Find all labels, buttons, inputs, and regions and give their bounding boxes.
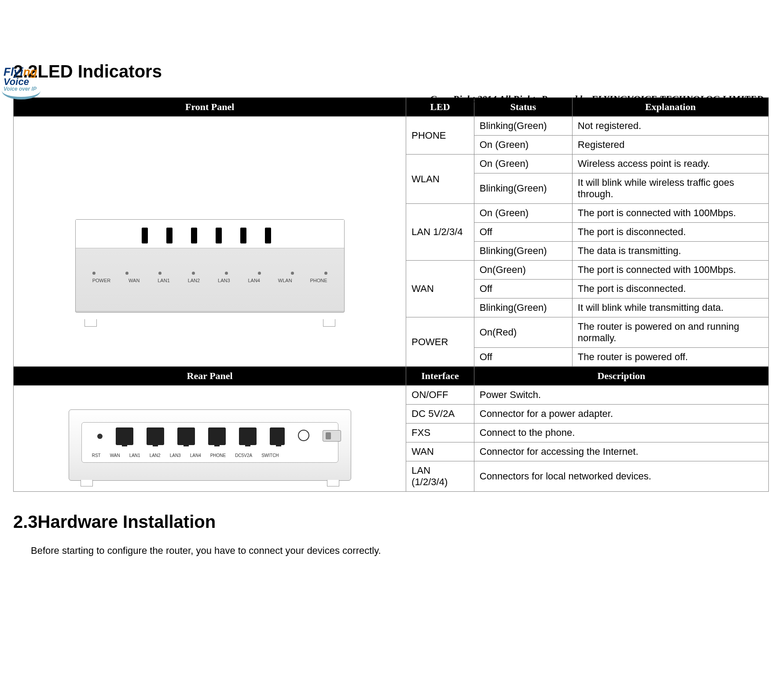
- led-explanation-cell: It will blink while wireless traffic goe…: [572, 173, 768, 204]
- page: Flying Voice Voice over IP Copy Right 20…: [0, 62, 782, 700]
- lan3-port-icon: [208, 427, 226, 445]
- led-name-cell: LAN 1/2/3/4: [406, 204, 474, 261]
- led-status-cell: Off: [474, 223, 572, 242]
- interface-name-cell: LAN (1/2/3/4): [406, 461, 474, 492]
- led-explanation-cell: The port is connected with 100Mbps.: [572, 261, 768, 280]
- version-text: V1.1: [430, 106, 764, 117]
- interface-name-cell: WAN: [406, 442, 474, 461]
- rear-label: LAN2: [150, 453, 161, 458]
- rear-panel-illustration: RST WAN LAN1 LAN2 LAN3 LAN4 PHONE DC5V2A…: [69, 409, 351, 481]
- front-label: LAN4: [248, 278, 260, 283]
- led-status-cell: Off: [474, 348, 572, 367]
- power-switch-icon: [323, 430, 341, 442]
- led-explanation-cell: The router is powered on and running nor…: [572, 317, 768, 348]
- front-panel-header: Front Panel: [14, 98, 406, 117]
- led-status-cell: Blinking(Green): [474, 173, 572, 204]
- rear-label: LAN4: [190, 453, 201, 458]
- front-led-labels: POWER WAN LAN1 LAN2 LAN3 LAN4 WLAN PHONE: [92, 278, 327, 283]
- wan-port-icon: [116, 427, 133, 445]
- table-header-row-rear: Rear Panel Interface Description: [14, 367, 769, 386]
- led-explanation-cell: The port is disconnected.: [572, 223, 768, 242]
- rear-panel-header: Rear Panel: [14, 367, 406, 386]
- front-label: LAN3: [218, 278, 230, 283]
- led-explanation-cell: Wireless access point is ready.: [572, 155, 768, 173]
- led-explanation-cell: The router is powered off.: [572, 348, 768, 367]
- dc-jack-icon: [298, 430, 309, 441]
- rear-panel-image-cell: RST WAN LAN1 LAN2 LAN3 LAN4 PHONE DC5V2A…: [14, 386, 406, 492]
- front-panel-illustration: POWER WAN LAN1 LAN2 LAN3 LAN4 WLAN PHONE: [75, 219, 345, 313]
- led-status-cell: On(Red): [474, 317, 572, 348]
- front-label: POWER: [92, 278, 111, 283]
- section-2-2-heading: 2.2LED Indicators: [13, 62, 769, 81]
- led-status-cell: On(Green): [474, 261, 572, 280]
- rst-hole-icon: [97, 434, 103, 439]
- front-led-dots: [92, 272, 327, 275]
- section-2-3-body: Before starting to configure the router,…: [31, 545, 769, 556]
- rear-label: SWITCH: [261, 453, 279, 458]
- interface-name-cell: FXS: [406, 424, 474, 442]
- interface-desc-cell: Connector for accessing the Internet.: [474, 442, 768, 461]
- led-status-cell: On (Green): [474, 136, 572, 155]
- front-label: WLAN: [278, 278, 292, 283]
- led-status-cell: Blinking(Green): [474, 298, 572, 317]
- lan4-port-icon: [239, 427, 257, 445]
- led-explanation-cell: The data is transmitting.: [572, 242, 768, 261]
- led-explanation-cell: The port is connected with 100Mbps.: [572, 204, 768, 223]
- led-name-cell: POWER: [406, 317, 474, 367]
- led-explanation-cell: The port is disconnected.: [572, 280, 768, 298]
- led-status-cell: On (Green): [474, 155, 572, 173]
- led-status-cell: On (Green): [474, 204, 572, 223]
- copyright-text: Copy Right 2014 All Rights Reserved by F…: [430, 93, 764, 105]
- table-row: RST WAN LAN1 LAN2 LAN3 LAN4 PHONE DC5V2A…: [14, 386, 769, 405]
- front-label: PHONE: [310, 278, 327, 283]
- interface-desc-cell: Power Switch.: [474, 386, 768, 405]
- led-explanation-cell: It will blink while transmitting data.: [572, 298, 768, 317]
- interface-desc-cell: Connector for a power adapter.: [474, 405, 768, 424]
- phone-port-icon: [270, 427, 285, 445]
- led-status-cell: Off: [474, 280, 572, 298]
- led-name-cell: WLAN: [406, 155, 474, 204]
- rear-label: LAN3: [170, 453, 181, 458]
- led-name-cell: WAN: [406, 261, 474, 317]
- front-label: WAN: [128, 278, 140, 283]
- interface-name-cell: ON/OFF: [406, 386, 474, 405]
- led-explanation-cell: Not registered.: [572, 117, 768, 136]
- front-panel-image-cell: POWER WAN LAN1 LAN2 LAN3 LAN4 WLAN PHONE: [14, 117, 406, 367]
- lan2-port-icon: [177, 427, 195, 445]
- section-2-3-heading: 2.3Hardware Installation: [13, 512, 769, 532]
- front-label: LAN2: [188, 278, 200, 283]
- interface-name-cell: DC 5V/2A: [406, 405, 474, 424]
- rear-label: RST: [92, 453, 101, 458]
- led-status-cell: Blinking(Green): [474, 242, 572, 261]
- brand-logo: Flying Voice Voice over IP: [4, 65, 37, 92]
- description-header: Description: [474, 367, 768, 386]
- rear-ports: [97, 427, 341, 445]
- rear-label: PHONE: [210, 453, 226, 458]
- led-status-cell: Blinking(Green): [474, 117, 572, 136]
- table-row: POWER WAN LAN1 LAN2 LAN3 LAN4 WLAN PHONE…: [14, 117, 769, 136]
- led-indicators-table: Front Panel LED Status Explanation POWER…: [13, 97, 769, 492]
- interface-desc-cell: Connectors for local networked devices.: [474, 461, 768, 492]
- rear-label: LAN1: [129, 453, 140, 458]
- interface-header: Interface: [406, 367, 474, 386]
- led-explanation-cell: Registered: [572, 136, 768, 155]
- led-name-cell: PHONE: [406, 117, 474, 155]
- rear-label: DC5V2A: [235, 453, 252, 458]
- interface-desc-cell: Connect to the phone.: [474, 424, 768, 442]
- front-label: LAN1: [158, 278, 170, 283]
- rear-port-labels: RST WAN LAN1 LAN2 LAN3 LAN4 PHONE DC5V2A…: [92, 453, 279, 458]
- rear-label: WAN: [110, 453, 120, 458]
- lan1-port-icon: [147, 427, 164, 445]
- page-header-right: Copy Right 2014 All Rights Reserved by F…: [430, 93, 764, 117]
